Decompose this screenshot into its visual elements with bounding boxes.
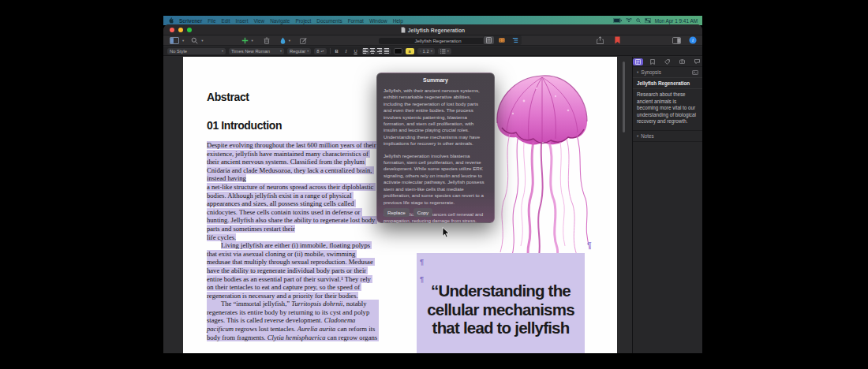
pull-quote-text: “Understanding the cellular mechanisms t… — [418, 281, 583, 337]
synopsis-text[interactable]: Research about these ancient animals is … — [633, 89, 702, 130]
ink-droplet-icon[interactable] — [280, 37, 286, 44]
paragraph-2: Living jellyfish are either (i) immobile… — [207, 241, 379, 300]
window-title-bar: Jellyfish Regeneration — [163, 24, 702, 35]
inspector-tab-bar — [633, 57, 702, 67]
menu-bar-clock[interactable]: Mon Apr 1 9:41 AM — [655, 18, 698, 24]
tab-snapshots[interactable] — [677, 58, 687, 65]
pilcrow-mark: ¶ — [587, 241, 592, 250]
synopsis-section-header[interactable]: ▾ Synopsis — [633, 67, 702, 77]
view-mode-document-button[interactable] — [484, 36, 494, 44]
align-left-button[interactable] — [362, 48, 369, 54]
outline-view-icon — [512, 37, 518, 43]
speech-bubble-icon — [694, 59, 700, 64]
add-item-icon[interactable] — [241, 37, 249, 44]
control-center-icon[interactable] — [645, 18, 651, 23]
popover-paragraph: Jellyfish, with their ancient nervous sy… — [383, 88, 488, 147]
view-mode-outline-button[interactable] — [510, 36, 521, 44]
tab-notes[interactable] — [633, 58, 643, 65]
document-icon — [401, 27, 406, 33]
italic-button[interactable]: I — [343, 48, 350, 54]
notes-icon — [635, 59, 641, 65]
tab-bookmarks[interactable] — [648, 58, 658, 65]
notes-section-header[interactable]: ▾ Notes — [633, 131, 702, 142]
window-title: Jellyfish Regeneration — [163, 24, 702, 35]
add-item-caret[interactable]: ▾ — [252, 39, 253, 43]
menu-item-window[interactable]: Window — [369, 18, 387, 24]
bookmark-flag-icon[interactable] — [615, 36, 620, 44]
menu-item-edit[interactable]: Edit — [221, 18, 230, 24]
menu-item-file[interactable]: File — [208, 18, 215, 24]
tab-comments[interactable] — [692, 58, 702, 65]
font-family-dropdown[interactable]: Times New Roman▾ — [229, 48, 284, 54]
editor-scrollbar[interactable] — [623, 62, 625, 132]
paragraph-1: Despite evolving throughout the last 600… — [207, 141, 379, 241]
view-mode-corkboard-button[interactable] — [496, 36, 507, 44]
synopsis-title[interactable]: Jellyfish Regeneration — [633, 78, 702, 89]
underline-button[interactable]: U — [353, 48, 359, 54]
compose-icon[interactable] — [300, 37, 307, 44]
apple-logo-icon — [168, 17, 174, 24]
tag-icon — [664, 59, 670, 65]
share-icon[interactable] — [597, 36, 604, 44]
list-style-dropdown[interactable]: ▾ — [438, 48, 451, 54]
body-text-column[interactable]: Despite evolving throughout the last 600… — [207, 141, 379, 341]
search-icon[interactable] — [191, 37, 198, 44]
camera-icon — [679, 59, 685, 64]
font-variant-dropdown[interactable]: Regular▾ — [287, 48, 311, 54]
font-size-stepper[interactable]: 8▴▾ — [314, 48, 326, 54]
synopsis-image-toggle-icon[interactable] — [692, 70, 698, 75]
menu-item-view[interactable]: View — [253, 18, 264, 24]
format-bar: No Style▾ Times New Roman▾ Regular▾ 8▴▾ … — [163, 47, 702, 56]
mouse-cursor — [442, 227, 450, 238]
menu-item-help[interactable]: Help — [393, 18, 403, 24]
editor-right-gutter — [617, 57, 632, 353]
bookmark-icon — [650, 59, 655, 65]
battery-icon[interactable] — [613, 18, 622, 23]
align-justify-button[interactable] — [383, 48, 391, 54]
align-right-button[interactable] — [376, 48, 383, 54]
align-center-button[interactable] — [369, 48, 376, 54]
menu-item-project[interactable]: Project — [295, 18, 311, 24]
menu-item-insert[interactable]: Insert — [235, 18, 248, 24]
menu-item-documents[interactable]: Documents — [316, 18, 342, 24]
tab-metadata[interactable] — [663, 58, 673, 65]
quick-search-field[interactable]: Jellyfish Regeneration — [379, 38, 497, 45]
document-view-icon — [486, 37, 492, 43]
copy-button[interactable]: Copy — [413, 208, 432, 217]
highlight-color-well[interactable]: a — [406, 48, 414, 54]
binder-sidebar-toggle-icon[interactable] — [170, 37, 179, 44]
heading-abstract: Abstract — [207, 91, 249, 103]
paragraph-3: The “immortal jellyfish,” Turritopsis do… — [207, 300, 379, 341]
pull-quote-block[interactable]: ¶ ¶ “Understanding the cellular mechanis… — [417, 253, 585, 353]
popover-paragraph: Jellyfish regeneration involves blastema… — [383, 153, 488, 206]
synopsis-card[interactable]: Jellyfish Regeneration Research about th… — [633, 77, 702, 131]
style-dropdown[interactable]: No Style▾ — [167, 48, 226, 54]
summary-popover: Summary Jellyfish, with their ancient ne… — [376, 73, 495, 223]
main-toolbar: ▾ ▾ ▾ — [163, 35, 702, 46]
corkboard-view-icon — [499, 37, 505, 43]
wifi-icon[interactable] — [626, 18, 632, 23]
line-spacing-dropdown[interactable]: ↕1.2▾ — [417, 48, 435, 54]
inspector-info-icon[interactable]: i — [689, 36, 697, 44]
inspector-panel: ▾ Synopsis Jellyfish Regeneration Resear… — [632, 57, 702, 353]
replace-button[interactable]: Replace — [383, 208, 410, 217]
binder-toggle-caret[interactable]: ▾ — [182, 39, 184, 43]
menu-item-format[interactable]: Format — [348, 18, 364, 24]
chevron-down-icon: ▾ — [637, 134, 638, 138]
search-options-caret[interactable]: ▾ — [201, 39, 203, 43]
heading-introduction: 01 Introduction — [207, 119, 282, 132]
svg-text:i: i — [692, 37, 694, 43]
chevron-down-icon: ▾ — [637, 70, 638, 74]
alignment-group — [362, 48, 391, 54]
ink-droplet-caret[interactable]: ▾ — [289, 39, 290, 43]
menu-item-scrivener[interactable]: Scrivener — [179, 18, 202, 24]
list-icon — [440, 49, 446, 54]
pilcrow-mark: ¶ — [420, 258, 424, 266]
trash-icon[interactable] — [264, 37, 270, 44]
bold-button[interactable]: B — [334, 48, 340, 54]
text-color-well[interactable] — [394, 48, 402, 54]
spotlight-search-icon[interactable] — [636, 18, 641, 23]
layout-panels-icon[interactable] — [672, 37, 681, 44]
menu-item-navigate[interactable]: Navigate — [270, 18, 290, 24]
apple-menu-icon[interactable] — [168, 17, 174, 24]
